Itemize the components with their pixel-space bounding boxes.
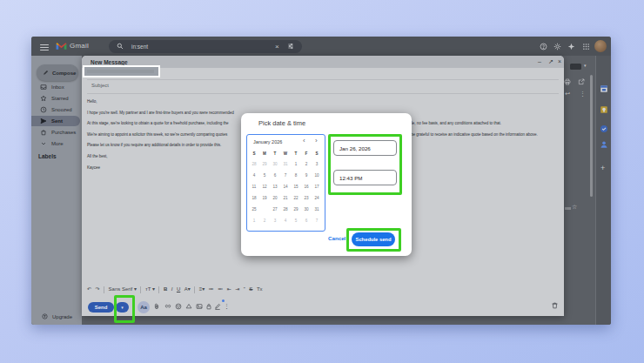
calendar-day-selected[interactable]: 26: [259, 205, 270, 215]
calendar-day[interactable]: 8: [291, 171, 301, 181]
sidebar-item-starred[interactable]: Starred: [31, 93, 80, 104]
sidebar-item-sent[interactable]: Sent: [31, 116, 80, 126]
calendar-day[interactable]: 22: [291, 193, 301, 204]
strikethrough-icon[interactable]: S: [249, 284, 252, 295]
calendar-day[interactable]: 27: [270, 205, 280, 215]
calendar-day[interactable]: 10: [312, 171, 322, 181]
more-vert-icon[interactable]: ⋮: [580, 91, 586, 97]
sidebar-item-purchases[interactable]: Purchases: [31, 127, 80, 138]
sidebar-item-more[interactable]: More: [31, 138, 80, 149]
calendar-day[interactable]: 2: [259, 216, 270, 226]
expand-panel-icon[interactable]: ›: [601, 324, 603, 325]
contacts-app-icon[interactable]: [600, 140, 608, 149]
calendar-day[interactable]: 6: [270, 171, 280, 181]
calendar-day[interactable]: 29: [259, 159, 270, 170]
settings-icon[interactable]: [553, 43, 561, 50]
popout-icon[interactable]: ↗: [548, 58, 553, 65]
calendar-day[interactable]: 30: [301, 205, 312, 215]
cancel-button[interactable]: Cancel: [328, 235, 345, 241]
print-icon[interactable]: [564, 78, 571, 85]
star-icon[interactable]: ☆: [572, 204, 577, 211]
chip-caret-icon[interactable]: ▾: [584, 63, 587, 68]
main-menu-icon[interactable]: [40, 43, 49, 52]
calendar-day[interactable]: 4: [249, 171, 259, 181]
tasks-app-icon[interactable]: [600, 124, 608, 133]
calendar-day[interactable]: 3: [270, 216, 280, 226]
calendar-day[interactable]: 7: [312, 216, 322, 226]
search-filter-icon[interactable]: [287, 43, 294, 50]
search-input[interactable]: in:sent ×: [109, 40, 302, 53]
indent-more-icon[interactable]: ⇥: [235, 284, 239, 295]
confidential-mode-icon[interactable]: [205, 303, 213, 311]
prev-month-icon[interactable]: ‹: [303, 137, 305, 145]
subject-field[interactable]: Subject: [91, 83, 109, 88]
formatting-options-button[interactable]: Aa: [138, 301, 150, 313]
close-icon[interactable]: ×: [558, 58, 561, 65]
scrollbar[interactable]: [590, 75, 593, 197]
calendar-day[interactable]: 31: [280, 159, 291, 170]
label-chip[interactable]: [570, 64, 581, 70]
calendar-day[interactable]: 21: [280, 193, 291, 204]
calendar-day[interactable]: 7: [280, 171, 291, 181]
minimize-icon[interactable]: –: [538, 58, 541, 65]
calendar-day[interactable]: 5: [291, 216, 301, 226]
calendar-day[interactable]: 4: [280, 216, 291, 226]
more-options-icon[interactable]: ⋮: [224, 303, 231, 311]
signature-pen-icon[interactable]: [214, 303, 222, 311]
calendar-day[interactable]: 3: [312, 159, 322, 170]
calendar-day[interactable]: 18: [249, 193, 259, 204]
remove-formatting-icon[interactable]: Tx: [257, 284, 263, 295]
calendar-day[interactable]: 13: [270, 182, 280, 192]
apps-grid-icon[interactable]: [582, 43, 590, 50]
bulleted-list-icon[interactable]: ≔: [209, 284, 214, 295]
calendar-day[interactable]: 5: [259, 171, 270, 181]
calendar-day[interactable]: 6: [301, 216, 312, 226]
insert-link-icon[interactable]: [164, 303, 172, 311]
compose-button[interactable]: Compose: [37, 64, 78, 81]
open-in-new-icon[interactable]: [578, 78, 585, 85]
text-color-icon[interactable]: A▾: [184, 284, 191, 295]
insert-image-icon[interactable]: [196, 303, 204, 311]
calendar-day[interactable]: 11: [249, 182, 259, 192]
font-family-selector[interactable]: Sans Serif ▾: [109, 284, 137, 295]
calendar-day[interactable]: 25: [249, 205, 259, 215]
calendar-day[interactable]: 24: [312, 193, 322, 204]
next-month-icon[interactable]: ›: [315, 137, 318, 145]
calendar-day[interactable]: 30: [270, 159, 280, 170]
attachment-icon[interactable]: [153, 303, 161, 311]
clear-search-icon[interactable]: ×: [275, 43, 279, 50]
calendar-day[interactable]: 14: [280, 182, 291, 192]
sidebar-item-inbox[interactable]: Inbox: [31, 82, 80, 92]
sidebar-item-snoozed[interactable]: Snoozed: [31, 104, 80, 115]
calendar-day[interactable]: 15: [291, 182, 301, 192]
upgrade-button[interactable]: Upgrade: [42, 313, 72, 319]
calendar-day[interactable]: 1: [291, 159, 301, 170]
keep-app-icon[interactable]: [600, 105, 608, 114]
calendar-day[interactable]: 28: [280, 205, 291, 215]
reply-icon[interactable]: ↩: [565, 91, 570, 97]
numbered-list-icon[interactable]: ≕: [218, 284, 223, 295]
help-icon[interactable]: [540, 43, 547, 50]
calendar-app-icon[interactable]: [600, 84, 608, 93]
font-size-icon[interactable]: тT ▾: [145, 284, 155, 295]
send-button[interactable]: Send: [88, 302, 114, 313]
redo-icon[interactable]: ↷: [96, 284, 100, 295]
get-addons-icon[interactable]: +: [600, 164, 605, 172]
drive-icon[interactable]: [185, 303, 193, 311]
insert-emoji-icon[interactable]: [175, 303, 183, 311]
calendar-day[interactable]: 29: [291, 205, 301, 215]
undo-icon[interactable]: ↶: [87, 284, 91, 295]
italic-icon[interactable]: I: [171, 284, 173, 295]
avatar[interactable]: [594, 40, 607, 52]
calendar-day[interactable]: 31: [312, 205, 322, 215]
calendar-day[interactable]: 1: [249, 216, 259, 226]
calendar-day[interactable]: 16: [301, 182, 312, 192]
calendar-day[interactable]: 12: [259, 182, 270, 192]
calendar-day[interactable]: 23: [301, 193, 312, 204]
quote-icon[interactable]: ”: [244, 284, 245, 295]
calendar-day[interactable]: 2: [301, 159, 312, 170]
underline-icon[interactable]: U: [177, 284, 180, 295]
calendar-day[interactable]: 19: [259, 193, 270, 204]
align-icon[interactable]: ≡▾: [199, 284, 205, 295]
calendar-day[interactable]: 9: [301, 171, 312, 181]
